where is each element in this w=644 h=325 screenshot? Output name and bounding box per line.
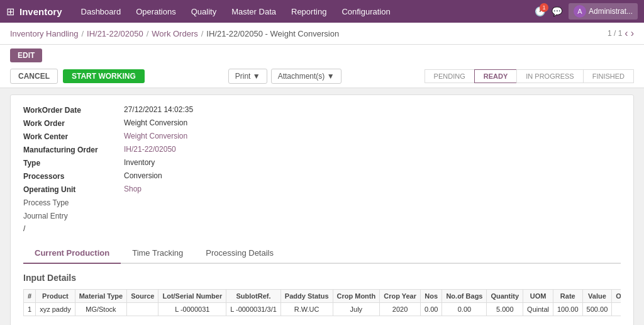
separator: / <box>23 224 25 233</box>
input-details-table-container: # Product Material Type Source Lot/Seria… <box>23 289 621 316</box>
status-pending[interactable]: PENDING <box>425 69 475 83</box>
print-label: Print <box>235 72 251 81</box>
col-operating-unit: Operating Unit <box>612 290 621 303</box>
row1-source <box>127 303 158 316</box>
row1-value: 500.00 <box>582 303 612 316</box>
tab-time-tracking[interactable]: Time Tracking <box>121 243 194 264</box>
app-grid-icon[interactable]: ⊞ <box>6 6 14 18</box>
journal-entry-row: Journal Entry <box>23 211 621 220</box>
action-bar-main: CANCEL START WORKING Print ▼ Attachment(… <box>0 65 644 88</box>
manufacturing-order-value[interactable]: IH/21-22/02050 <box>124 145 176 154</box>
nav-dashboard[interactable]: Dashboard <box>75 4 128 19</box>
nav-quality[interactable]: Quality <box>185 4 223 19</box>
notification-icon[interactable]: 🕐1 <box>535 6 545 16</box>
row1-product: xyz paddy <box>36 303 75 316</box>
chat-icon[interactable]: 💬 <box>552 6 562 16</box>
breadcrumb-sep-1: / <box>81 29 84 38</box>
work-center-value[interactable]: Weight Conversion <box>124 132 187 140</box>
app-name: Inventory <box>19 6 62 17</box>
process-type-label: Process Type <box>23 198 124 207</box>
nav-right: 🕐1 💬 A Administrat... <box>535 3 638 20</box>
work-center-label: Work Center <box>23 132 124 141</box>
work-order-label: Work Order <box>23 118 124 128</box>
row1-sublot-ref: L -0000031/3/1 <box>226 303 281 316</box>
process-type-row: Process Type <box>23 198 621 207</box>
tabs: Current Production Time Tracking Process… <box>23 243 621 264</box>
col-rate: Rate <box>553 290 582 303</box>
operating-unit-row: Operating Unit Shop <box>23 185 621 194</box>
separator-row: / <box>23 224 621 233</box>
col-crop-year: Crop Year <box>380 290 421 303</box>
col-crop-month: Crop Month <box>333 290 380 303</box>
row1-crop-year: 2020 <box>380 303 421 316</box>
row1-operating-unit: Shop <box>612 303 621 316</box>
nav-master-data[interactable]: Master Data <box>225 4 282 19</box>
work-order-date-row: WorkOrder Date 27/12/2021 14:02:35 <box>23 105 621 115</box>
processors-row: Processors Conversion <box>23 171 621 181</box>
top-navigation: ⊞ Inventory Dashboard Operations Quality… <box>0 0 644 23</box>
tab-current-production[interactable]: Current Production <box>23 243 121 264</box>
work-order-date-value: 27/12/2021 14:02:35 <box>124 105 193 114</box>
status-bar: PENDING READY IN PROGRESS FINISHED <box>425 69 634 83</box>
attachment-label: Attachment(s) <box>278 72 325 81</box>
action-bar-edit: EDIT <box>0 45 644 65</box>
next-arrow[interactable]: › <box>631 28 634 39</box>
row1-material-type: MG/Stock <box>75 303 127 316</box>
tab-processing-details[interactable]: Processing Details <box>194 243 285 264</box>
pagination-text: 1 / 1 <box>608 29 622 38</box>
col-paddy-status: Paddy Status <box>280 290 333 303</box>
col-no-of-bags: No.of Bags <box>442 290 487 303</box>
action-center: Print ▼ Attachment(s) ▼ <box>150 69 420 84</box>
row1-uom: Quintal <box>523 303 553 316</box>
nav-operations[interactable]: Operations <box>130 4 182 19</box>
work-order-date-label: WorkOrder Date <box>23 105 124 115</box>
processors-value: Conversion <box>124 171 162 180</box>
breadcrumb-inventory-handling[interactable]: Inventory Handling <box>10 29 78 38</box>
type-row: Type Inventory <box>23 158 621 168</box>
row1-num: 1 <box>24 303 36 316</box>
user-menu[interactable]: A Administrat... <box>569 3 638 20</box>
row1-rate: 100.00 <box>553 303 582 316</box>
breadcrumb: Inventory Handling / IH/21-22/02050 / Wo… <box>0 23 644 45</box>
breadcrumb-work-orders[interactable]: Work Orders <box>152 29 197 38</box>
print-button[interactable]: Print ▼ <box>228 69 267 84</box>
col-sublot-ref: SublotRef. <box>226 290 281 303</box>
cancel-button[interactable]: CANCEL <box>10 69 58 84</box>
user-name: Administrat... <box>589 7 633 16</box>
col-lot-serial: Lot/Serial Number <box>158 290 226 303</box>
work-order-row: Work Order Weight Conversion <box>23 118 621 128</box>
table-row: 1 xyz paddy MG/Stock L -0000031 L -00000… <box>24 303 621 316</box>
manufacturing-order-label: Manufacturing Order <box>23 145 124 154</box>
nav-configuration[interactable]: Configuration <box>335 4 396 19</box>
breadcrumb-ih-02050[interactable]: IH/21-22/02050 <box>87 29 143 38</box>
nav-reporting[interactable]: Reporting <box>285 4 333 19</box>
col-nos: Nos <box>420 290 441 303</box>
work-center-row: Work Center Weight Conversion <box>23 132 621 141</box>
col-product: Product <box>36 290 75 303</box>
prev-arrow[interactable]: ‹ <box>625 28 628 39</box>
input-details-title: Input Details <box>23 273 621 283</box>
col-value: Value <box>582 290 612 303</box>
user-avatar: A <box>574 5 586 18</box>
status-ready[interactable]: READY <box>474 69 518 83</box>
operating-unit-value[interactable]: Shop <box>124 185 142 193</box>
main-content: WorkOrder Date 27/12/2021 14:02:35 Work … <box>0 88 644 325</box>
manufacturing-order-row: Manufacturing Order IH/21-22/02050 <box>23 145 621 154</box>
col-uom: UOM <box>523 290 553 303</box>
edit-button[interactable]: EDIT <box>10 48 42 62</box>
journal-entry-label: Journal Entry <box>23 211 124 220</box>
row1-crop-month: July <box>333 303 380 316</box>
table-header-row: # Product Material Type Source Lot/Seria… <box>24 290 621 303</box>
processors-label: Processors <box>23 171 124 181</box>
attachment-button[interactable]: Attachment(s) ▼ <box>271 69 341 84</box>
form-card: WorkOrder Date 27/12/2021 14:02:35 Work … <box>10 94 634 325</box>
status-in-progress[interactable]: IN PROGRESS <box>516 69 583 83</box>
row1-paddy-status: R.W.UC <box>280 303 333 316</box>
status-finished[interactable]: FINISHED <box>583 69 634 83</box>
input-details-table: # Product Material Type Source Lot/Seria… <box>23 289 621 316</box>
row1-no-of-bags: 0.00 <box>442 303 487 316</box>
col-material-type: Material Type <box>75 290 127 303</box>
start-working-button[interactable]: START WORKING <box>63 69 145 83</box>
row1-nos: 0.00 <box>420 303 441 316</box>
nav-links: Dashboard Operations Quality Master Data… <box>75 4 535 19</box>
